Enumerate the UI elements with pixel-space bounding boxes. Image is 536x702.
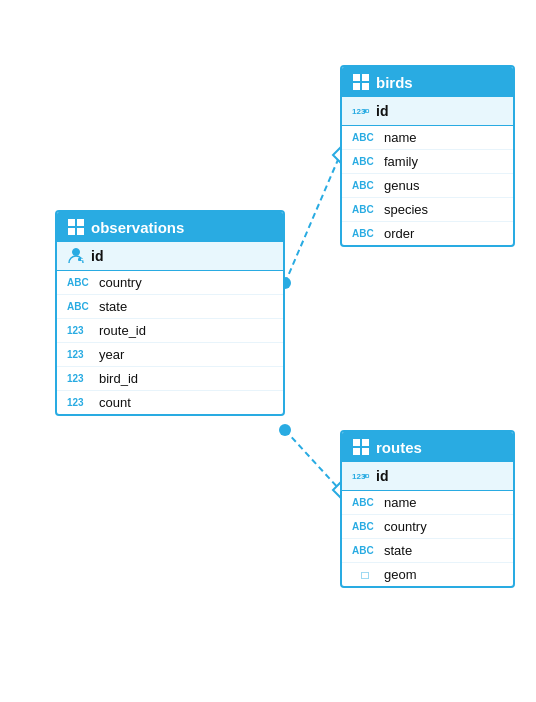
type-123-icon: 123	[67, 349, 93, 360]
birds-field-family: ABC family	[342, 150, 513, 174]
type-abc-icon: ABC	[352, 156, 378, 167]
table-grid-icon	[352, 73, 370, 91]
observations-field-state: ABC state	[57, 295, 283, 319]
svg-line-3	[285, 430, 340, 490]
svg-rect-8	[68, 228, 75, 235]
field-label: year	[99, 347, 124, 362]
field-label: count	[99, 395, 131, 410]
field-label: country	[384, 519, 427, 534]
field-label: geom	[384, 567, 417, 582]
observations-field-route-id: 123 route_id	[57, 319, 283, 343]
observations-field-count: 123 count	[57, 391, 283, 414]
type-abc-icon: ABC	[352, 132, 378, 143]
svg-point-10	[73, 249, 80, 256]
birds-pk-label: id	[376, 103, 388, 119]
svg-rect-6	[68, 219, 75, 226]
field-label: genus	[384, 178, 419, 193]
routes-header: routes	[342, 432, 513, 462]
type-abc-icon: ABC	[352, 180, 378, 191]
observations-field-bird-id: 123 bird_id	[57, 367, 283, 391]
field-label: bird_id	[99, 371, 138, 386]
routes-pk-row: 123 id	[342, 462, 513, 491]
observations-header: observations	[57, 212, 283, 242]
birds-field-species: ABC species	[342, 198, 513, 222]
svg-rect-22	[353, 448, 360, 455]
birds-header: birds	[342, 67, 513, 97]
type-abc-icon: ABC	[352, 521, 378, 532]
field-label: route_id	[99, 323, 146, 338]
key-123-icon: 123	[352, 467, 370, 485]
routes-table: routes 123 id ABC name ABC country ABC s…	[340, 430, 515, 588]
field-label: name	[384, 130, 417, 145]
field-label: state	[384, 543, 412, 558]
svg-point-4	[279, 424, 291, 436]
svg-rect-9	[77, 228, 84, 235]
type-123-icon: 123	[67, 325, 93, 336]
birds-field-name: ABC name	[342, 126, 513, 150]
type-abc-icon: ABC	[67, 277, 93, 288]
birds-pk-row: 123 id	[342, 97, 513, 126]
birds-field-genus: ABC genus	[342, 174, 513, 198]
field-label: name	[384, 495, 417, 510]
observations-table: observations id ABC country ABC state 12…	[55, 210, 285, 416]
type-abc-icon: ABC	[352, 228, 378, 239]
table-grid-icon	[352, 438, 370, 456]
svg-rect-15	[353, 83, 360, 90]
birds-title: birds	[376, 74, 413, 91]
svg-rect-7	[77, 219, 84, 226]
svg-rect-16	[362, 83, 369, 90]
svg-rect-13	[353, 74, 360, 81]
type-abc-icon: ABC	[352, 497, 378, 508]
observations-title: observations	[91, 219, 184, 236]
type-123-icon: 123	[67, 373, 93, 384]
field-label: country	[99, 275, 142, 290]
field-label: order	[384, 226, 414, 241]
routes-field-name: ABC name	[342, 491, 513, 515]
svg-point-12	[81, 259, 83, 261]
svg-rect-23	[362, 448, 369, 455]
table-grid-icon	[67, 218, 85, 236]
routes-field-state: ABC state	[342, 539, 513, 563]
observations-pk-label: id	[91, 248, 103, 264]
type-abc-icon: ABC	[352, 545, 378, 556]
birds-table: birds 123 id ABC name ABC family ABC gen…	[340, 65, 515, 247]
routes-field-country: ABC country	[342, 515, 513, 539]
type-abc-icon: ABC	[67, 301, 93, 312]
routes-field-geom: □ geom	[342, 563, 513, 586]
person-key-icon	[67, 247, 85, 265]
type-abc-icon: ABC	[352, 204, 378, 215]
field-label: state	[99, 299, 127, 314]
svg-rect-20	[353, 439, 360, 446]
routes-pk-label: id	[376, 468, 388, 484]
observations-field-year: 123 year	[57, 343, 283, 367]
svg-rect-14	[362, 74, 369, 81]
svg-line-0	[285, 155, 340, 283]
observations-field-country: ABC country	[57, 271, 283, 295]
svg-point-26	[366, 475, 368, 477]
key-123-icon: 123	[352, 102, 370, 120]
geom-icon: □	[352, 568, 378, 582]
svg-rect-21	[362, 439, 369, 446]
birds-field-order: ABC order	[342, 222, 513, 245]
type-123-icon: 123	[67, 397, 93, 408]
observations-pk-row: id	[57, 242, 283, 271]
routes-title: routes	[376, 439, 422, 456]
field-label: family	[384, 154, 418, 169]
field-label: species	[384, 202, 428, 217]
svg-point-19	[366, 110, 368, 112]
